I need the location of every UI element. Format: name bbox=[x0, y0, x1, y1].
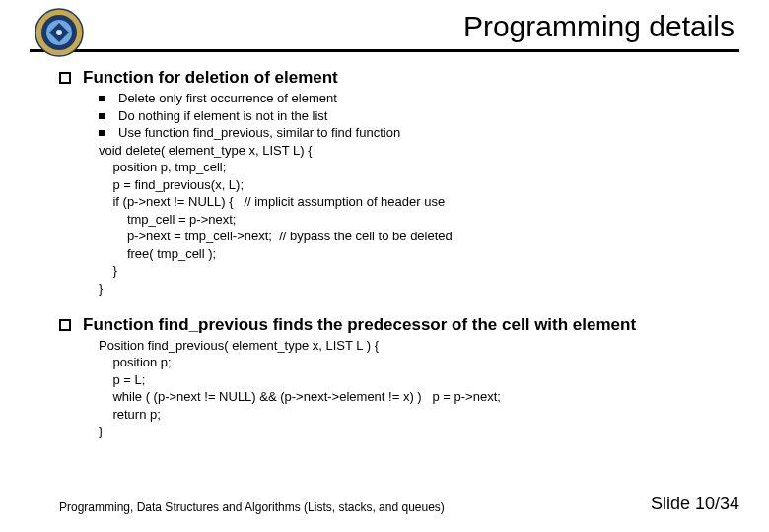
square-bullet-icon bbox=[59, 319, 71, 331]
seal-logo-icon bbox=[35, 8, 84, 57]
slide: Programming details Function for deletio… bbox=[0, 0, 769, 440]
sub-bullet-icon bbox=[99, 96, 105, 101]
footer: Programming, Data Structures and Algorit… bbox=[59, 494, 739, 514]
sub-bullet-icon bbox=[99, 113, 105, 119]
svg-point-3 bbox=[56, 30, 62, 35]
bullet-text: Use function find_previous, similar to f… bbox=[118, 124, 400, 142]
slide-number: Slide 10/34 bbox=[651, 494, 739, 514]
slide-title: Programming details bbox=[30, 10, 739, 43]
section-heading: Function for deletion of element bbox=[83, 68, 338, 88]
code-block: Position find_previous( element_type x, … bbox=[99, 337, 739, 440]
section-find-previous: Function find_previous finds the predece… bbox=[30, 315, 739, 440]
footer-left: Programming, Data Structures and Algorit… bbox=[59, 500, 445, 514]
title-rule bbox=[30, 49, 739, 52]
sub-bullet-icon bbox=[99, 130, 105, 136]
code-block: void delete( element_type x, LIST L) { p… bbox=[99, 142, 739, 298]
section-delete: Function for deletion of element Delete … bbox=[30, 68, 739, 298]
square-bullet-icon bbox=[59, 72, 71, 84]
section-heading: Function find_previous finds the predece… bbox=[83, 315, 636, 335]
bullet-text: Do nothing if element is not in the list bbox=[118, 107, 327, 125]
bullet-text: Delete only first occurrence of element bbox=[118, 90, 337, 107]
